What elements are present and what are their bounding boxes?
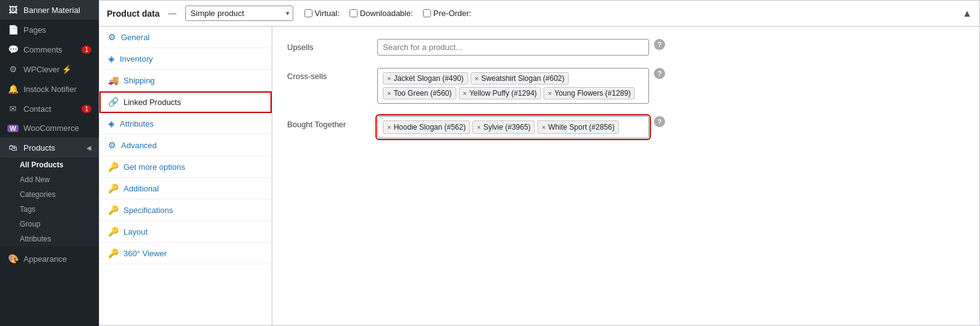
panel-nav: ⚙ General ◈ Inventory 🚚 Shipping 🔗 Linke…	[99, 27, 272, 325]
nav-shipping[interactable]: 🚚 Shipping	[99, 70, 272, 91]
collapse-button[interactable]: ▲	[962, 8, 972, 19]
nav-get-more-options[interactable]: 🔑 Get more options	[99, 156, 272, 178]
crosssells-help-icon[interactable]: ?	[654, 68, 665, 79]
bought-together-row: Bought Together × Hoodie Slogan (#562) ×…	[287, 116, 965, 138]
product-type-wrapper[interactable]: Simple product Variable product Grouped …	[185, 6, 293, 21]
sidebar-item-instock-notifier[interactable]: 🔔 Instock Notifier	[0, 79, 99, 99]
sidebar-item-comments[interactable]: 💬 Comments 1	[0, 40, 99, 59]
panel-content-area: Upsells ? Cross-sells × Jacket Slogan (#…	[272, 27, 979, 325]
sidebar-item-banner-material[interactable]: 🖼 Banner Material	[0, 0, 99, 20]
nav-inventory[interactable]: ◈ Inventory	[99, 48, 272, 70]
crosssells-tag-container[interactable]: × Jacket Slogan (#490) × Sweatshirt Slog…	[377, 68, 649, 104]
virtual-label[interactable]: Virtual:	[304, 9, 340, 18]
product-data-panel: Product data — Simple product Variable p…	[99, 0, 980, 326]
tag-too-green-label: Too Green (#560)	[393, 89, 451, 98]
panel-body: ⚙ General ◈ Inventory 🚚 Shipping 🔗 Linke…	[99, 27, 979, 325]
layout-icon: 🔑	[108, 227, 119, 236]
comments-icon: 💬	[7, 44, 19, 54]
virtual-checkbox[interactable]	[304, 9, 312, 17]
crosssells-row: Cross-sells × Jacket Slogan (#490) × Swe…	[287, 68, 965, 104]
get-more-icon: 🔑	[108, 162, 119, 172]
nav-linked-products[interactable]: 🔗 Linked Products	[99, 91, 272, 113]
sidebar-item-pages[interactable]: 📄 Pages	[0, 20, 99, 40]
bought-together-field: × Hoodie Slogan (#562) × Sylvie (#3965) …	[377, 116, 965, 138]
products-submenu: All Products Add New Categories Tags Gro…	[0, 157, 99, 246]
tag-sylvie: × Sylvie (#3965)	[472, 120, 535, 134]
submenu-all-products[interactable]: All Products	[0, 157, 99, 172]
submenu-attributes[interactable]: Attributes	[0, 232, 99, 246]
shipping-icon: 🚚	[108, 75, 119, 85]
tag-too-green: × Too Green (#560)	[383, 87, 456, 99]
tag-yellow-puffy-remove[interactable]: ×	[463, 90, 467, 97]
downloadable-checkbox[interactable]	[350, 9, 358, 17]
tag-jacket-label: Jacket Slogan (#490)	[393, 74, 463, 83]
nav-general[interactable]: ⚙ General	[99, 27, 272, 48]
submenu-tags[interactable]: Tags	[0, 202, 99, 217]
tag-white-sport-label: White Sport (#2856)	[548, 123, 614, 132]
general-icon: ⚙	[108, 32, 116, 42]
tag-white-sport-remove[interactable]: ×	[542, 123, 545, 131]
tag-hoodie-slogan: × Hoodie Slogan (#562)	[383, 120, 470, 134]
products-icon: 🛍	[7, 143, 19, 153]
submenu-categories[interactable]: Categories	[0, 187, 99, 202]
instock-icon: 🔔	[7, 84, 19, 94]
sidebar-item-contact[interactable]: ✉ Contact 1	[0, 99, 99, 119]
tag-young-flowers-remove[interactable]: ×	[548, 90, 551, 97]
banner-material-icon: 🖼	[7, 5, 19, 15]
tag-too-green-remove[interactable]: ×	[387, 90, 391, 97]
tag-jacket-remove[interactable]: ×	[387, 75, 391, 82]
appearance-icon: 🎨	[7, 254, 19, 264]
panel-header: Product data — Simple product Variable p…	[99, 1, 979, 27]
tag-sweatshirt-slogan: × Sweatshirt Slogan (#602)	[471, 72, 569, 85]
upsells-search-input[interactable]	[377, 39, 649, 56]
tag-sylvie-remove[interactable]: ×	[477, 123, 480, 131]
nav-specifications[interactable]: 🔑 Specifications	[99, 199, 272, 221]
sidebar: 🖼 Banner Material 📄 Pages 💬 Comments 1 ⚙…	[0, 0, 99, 326]
contact-badge: 1	[82, 105, 91, 113]
crosssells-field: × Jacket Slogan (#490) × Sweatshirt Slog…	[377, 68, 965, 104]
advanced-icon: ⚙	[108, 140, 116, 150]
contact-icon: ✉	[7, 104, 19, 114]
product-type-select[interactable]: Simple product Variable product Grouped …	[185, 6, 293, 21]
sidebar-item-products[interactable]: 🛍 Products ◀	[0, 138, 99, 157]
inventory-icon: ◈	[108, 54, 115, 64]
linked-products-icon: 🔗	[108, 97, 119, 107]
tag-sweatshirt-label: Sweatshirt Slogan (#602)	[481, 74, 564, 83]
wpclever-icon: ⚙	[7, 64, 19, 74]
submenu-group[interactable]: Group	[0, 217, 99, 232]
collapse-arrow: ◀	[86, 144, 91, 151]
tag-yellow-puffy-label: Yellow Puffy (#1294)	[469, 89, 537, 98]
sidebar-item-woocommerce[interactable]: W WooCommerce	[0, 119, 99, 138]
tag-hoodie-label: Hoodie Slogan (#562)	[393, 123, 466, 132]
nav-360-viewer[interactable]: 🔑 360° Viewer	[99, 243, 272, 264]
sidebar-item-appearance[interactable]: 🎨 Appearance	[0, 249, 99, 269]
tag-white-sport: × White Sport (#2856)	[537, 120, 619, 134]
submenu-add-new[interactable]: Add New	[0, 172, 99, 187]
bought-together-tag-container[interactable]: × Hoodie Slogan (#562) × Sylvie (#3965) …	[377, 116, 649, 138]
tag-hoodie-remove[interactable]: ×	[387, 123, 391, 131]
bought-together-label: Bought Together	[287, 116, 367, 129]
downloadable-label[interactable]: Downloadable:	[350, 9, 413, 18]
tag-yellow-puffy: × Yellow Puffy (#1294)	[459, 87, 542, 99]
tag-young-flowers: × Young Flowers (#1289)	[543, 87, 635, 99]
crosssells-label: Cross-sells	[287, 68, 367, 81]
preorder-label[interactable]: Pre-Order:	[423, 9, 471, 18]
sidebar-item-wpclever[interactable]: ⚙ WPClever ⚡	[0, 59, 99, 79]
tag-jacket-slogan: × Jacket Slogan (#490)	[383, 72, 468, 85]
upsells-field: ?	[377, 39, 965, 56]
bought-together-help-icon[interactable]: ?	[654, 116, 665, 127]
attributes-icon: ◈	[108, 119, 115, 128]
panel-dash: —	[169, 9, 177, 18]
preorder-checkbox[interactable]	[423, 9, 431, 17]
nav-layout[interactable]: 🔑 Layout	[99, 221, 272, 243]
panel-title: Product data	[107, 9, 160, 19]
nav-advanced[interactable]: ⚙ Advanced	[99, 135, 272, 156]
pages-icon: 📄	[7, 25, 19, 35]
nav-additional[interactable]: 🔑 Additional	[99, 178, 272, 199]
main-content: Product data — Simple product Variable p…	[99, 0, 980, 326]
tag-sweatshirt-remove[interactable]: ×	[475, 75, 479, 82]
comments-badge: 1	[82, 46, 91, 54]
upsells-help-icon[interactable]: ?	[654, 39, 665, 50]
nav-attributes[interactable]: ◈ Attributes	[99, 113, 272, 135]
specifications-icon: 🔑	[108, 205, 119, 215]
